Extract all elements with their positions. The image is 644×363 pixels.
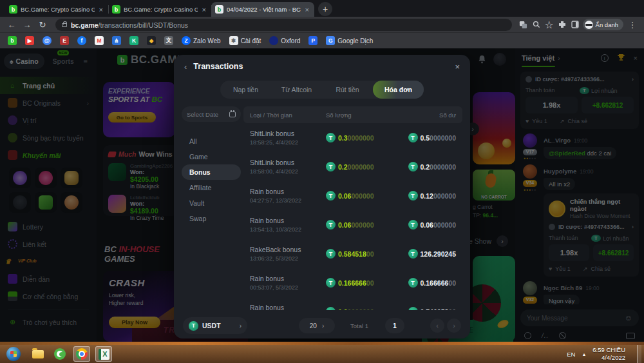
zoom-icon[interactable] [531,19,542,30]
tab-close-icon[interactable]: × [201,6,207,14]
bookmark-gmail[interactable]: M [95,36,104,45]
tether-coin-icon: T [408,278,418,288]
windows-taskbar: X EN ▲ 6:59 CHIỀU 4/4/2022 [0,345,644,363]
windows-flag-icon [10,351,17,357]
bookmark-translate-tool[interactable]: 文 [164,36,173,45]
tray-expand-icon[interactable]: ▲ [582,352,586,357]
tether-coin-icon: T [408,220,418,230]
bookmark-bcgame[interactable]: b [8,36,17,45]
taskbar-coccoc[interactable] [52,346,68,362]
browser-tab-2[interactable]: b BC.Game: Crypto Casino Games × [108,2,211,17]
transactions-modal: ‹ Transactions × Nạp tiền Từ Altcoin Rút… [174,55,470,338]
tether-coin-icon: T [408,133,418,142]
browser-tab-3-active[interactable]: b 04/04/2022 - Việt nam - BC.Gam × [211,2,314,17]
next-page-icon[interactable]: › [447,319,461,333]
address-bar[interactable]: bc.game/transactions/bill/USDT/Bonus [55,19,512,31]
tether-coin-icon: T [326,249,336,259]
language-indicator[interactable]: EN [567,351,575,358]
bookmark-facebook[interactable]: f [77,36,86,45]
p-icon: P [308,36,317,45]
bookmark-share-app[interactable]: ⋔ [112,36,121,45]
reload-button[interactable]: ↻ [36,20,49,30]
tether-coin-icon: T [408,162,418,172]
bookmark-binance[interactable]: ◆ [147,36,156,45]
forward-button[interactable]: → [21,20,33,30]
currency-selector[interactable]: T USDT › [183,317,247,334]
bookmark-oxford[interactable]: Oxford [269,36,300,45]
bookmark-k-site[interactable]: K [129,36,138,45]
filter-game[interactable]: Game [182,149,241,164]
tether-coin-icon: T [408,307,418,310]
browser-tab-1[interactable]: b BC.Game: Crypto Casino Games × [5,2,108,17]
side-panel-icon[interactable] [570,19,580,30]
folder-icon [32,350,44,358]
browser-tabstrip: b BC.Game: Crypto Casino Games × b BC.Ga… [0,0,644,17]
excel-icon: X [99,349,109,360]
zalo-icon: Z [182,36,191,45]
table-row[interactable]: Rain bonus13:54:13, 10/3/2022 T0.0600000… [243,210,462,239]
modal-back-icon[interactable]: ‹ [184,62,187,72]
tab-from-altcoin[interactable]: Từ Altcoin [271,81,322,99]
system-clock[interactable]: 6:59 CHIỀU 4/4/2022 [592,346,629,362]
tab-bill[interactable]: Hóa đơn [373,81,424,99]
total-label: Total 1 [350,322,368,329]
current-page[interactable]: 1 [385,318,404,333]
filter-all[interactable]: All [182,133,241,149]
bookmark-google-translate[interactable]: GGoogle Dịch [326,36,373,45]
show-desktop-button[interactable] [637,345,641,363]
browser-toolbar: ← → ↻ bc.game/transactions/bill/USDT/Bon… [0,17,644,32]
page-size-selector[interactable]: 20› [299,318,335,333]
binance-icon: ◆ [147,36,156,45]
browser-menu-icon[interactable]: ⋮ [626,20,639,30]
incognito-badge[interactable]: Ẩn danh [583,19,623,30]
bookmark-star-icon[interactable]: ☆ [544,19,554,30]
table-row[interactable]: ShitLink bonus18:58:25, 4/4/2022 T0.3000… [243,123,462,152]
chrome-icon [76,348,88,360]
taskbar-explorer[interactable] [30,346,46,362]
filter-affiliate[interactable]: Affiliate [182,180,241,195]
tab-withdraw[interactable]: Rút tiền [322,81,373,99]
bookmark-e-site[interactable]: E [60,36,69,45]
table-row[interactable]: Rain bonus00:53:07, 5/3/2022 T0.16666600… [243,268,462,297]
taskbar-excel-active[interactable]: X [95,346,112,362]
extensions-icon[interactable] [557,19,567,30]
tab-deposit[interactable]: Nạp tiền [220,81,271,99]
modal-close-icon[interactable]: × [455,62,460,72]
taskbar-chrome-active[interactable] [73,346,90,362]
chevron-right-icon: › [240,322,242,329]
url-path: /transactions/bill/USDT/Bonus [99,21,188,29]
filter-bonus[interactable]: Bonus [182,164,241,180]
gear-icon: ✱ [229,36,238,45]
table-row[interactable]: RakeBack bonus13:06:32, 5/3/2022 T0.5845… [243,239,462,268]
prev-page-icon[interactable]: ‹ [430,319,444,333]
bookmark-zalo[interactable]: ZZalo Web [182,36,221,45]
select-date-button[interactable]: Select Date [182,106,241,122]
back-button[interactable]: ← [5,20,18,30]
incognito-spy-icon [585,21,593,29]
filter-vault[interactable]: Vault [182,195,241,211]
table-row[interactable]: Rain bonus04:27:57, 12/3/2022 T0.0600000… [243,181,462,210]
tether-coin-icon: T [326,278,336,288]
bcgame-favicon: b [215,5,223,14]
table-row[interactable]: Rain bonus21:27:00, 15/2/2022 T0.2000000… [243,297,462,310]
bookmark-youtube[interactable]: ▶ [25,36,34,45]
url-host: bc.game [71,21,99,29]
at-icon: @ [43,36,52,45]
tab-close-icon[interactable]: × [98,6,104,14]
tab-close-icon[interactable]: × [304,6,310,14]
new-tab-button[interactable]: + [318,2,332,16]
bcgame-favicon: b [9,5,17,14]
translate-icon[interactable] [518,19,529,30]
tab-title: 04/04/2022 - Việt nam - BC.Gam [227,6,301,13]
modal-footer: T USDT › 20› Total 1 1 ‹ › [174,313,470,338]
tether-coin-icon: T [326,220,336,230]
tether-coin-icon: T [408,249,418,259]
bill-filter-list: All Game Bonus Affiliate Vault Swap [182,133,241,226]
start-button[interactable] [6,347,21,361]
filter-swap[interactable]: Swap [182,211,241,226]
bookmark-blue-app[interactable]: @ [43,36,52,45]
table-row[interactable]: ShitLink bonus18:58:00, 4/4/2022 T0.2000… [243,152,462,181]
tether-coin-icon: T [326,191,336,201]
bookmark-p-site[interactable]: P [308,36,317,45]
bookmark-settings[interactable]: ✱Cài đặt [229,36,261,45]
